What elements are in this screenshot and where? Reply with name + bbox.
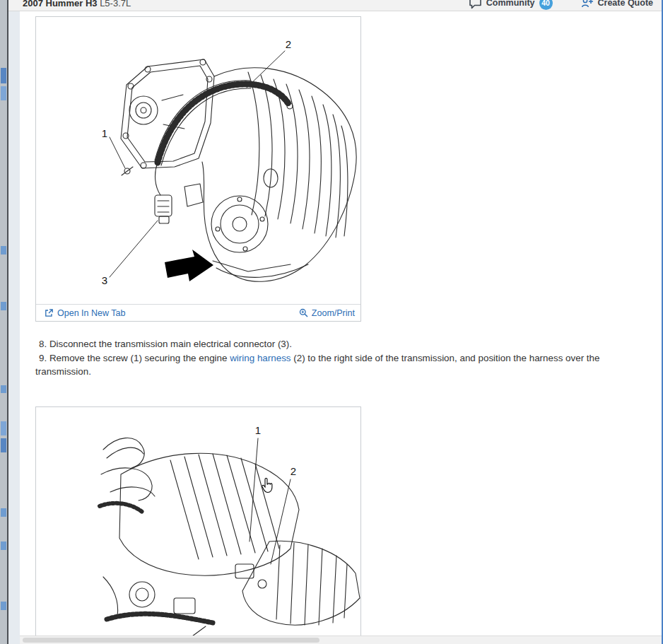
zoom-print-label: Zoom/Print <box>312 308 355 318</box>
left-gutter <box>8 11 20 644</box>
sliver-item <box>1 302 6 310</box>
callout-2: 2 <box>291 465 296 477</box>
external-link-icon <box>45 308 54 317</box>
sliver-item <box>1 68 6 83</box>
sliver-item <box>1 86 6 100</box>
vehicle-title-engine: L5-3.7L <box>100 0 131 8</box>
open-in-new-tab-label: Open In New Tab <box>57 308 125 318</box>
create-quote-button[interactable]: Create Quote <box>581 0 654 8</box>
figure-frame-2: 1 2 <box>35 406 361 644</box>
step-9-text: 9. Remove the screw (1) securing the eng… <box>35 351 633 379</box>
background-window-sliver <box>0 0 7 644</box>
community-button[interactable]: Community 40 <box>469 0 553 10</box>
callout-3: 3 <box>102 274 107 286</box>
mouse-cursor <box>262 478 274 496</box>
sliver-item <box>1 421 6 435</box>
horizontal-scrollbar[interactable] <box>20 636 662 644</box>
transmission-diagram-1: 1 2 3 <box>36 17 360 307</box>
vehicle-title: 2007 Hummer H3 L5-3.7L <box>23 0 131 8</box>
transmission-diagram-2: 1 2 <box>36 407 360 644</box>
community-label: Community <box>486 0 535 8</box>
sliver-item <box>1 385 6 393</box>
app-window: 2007 Hummer H3 L5-3.7L Community 40 <box>0 0 663 644</box>
procedure-steps: 8. Disconnect the transmission main elec… <box>35 337 633 379</box>
sliver-item <box>1 438 6 452</box>
figure-frame-1: 1 2 3 Open In New Tab Zoom/Print <box>35 16 361 322</box>
zoom-print-link[interactable]: Zoom/Print <box>299 308 355 318</box>
callout-2: 2 <box>286 38 291 50</box>
wiring-harness-link[interactable]: wiring harness <box>230 353 291 363</box>
window-border-left <box>7 0 8 644</box>
create-quote-label: Create Quote <box>598 0 654 8</box>
chat-bubble-icon <box>469 0 482 9</box>
horizontal-scrollbar-thumb[interactable] <box>23 638 319 643</box>
figure-toolbar: Open In New Tab Zoom/Print <box>36 304 360 321</box>
zoom-icon <box>299 308 308 317</box>
top-bar: 2007 Hummer H3 L5-3.7L Community 40 <box>8 0 662 11</box>
sliver-item <box>1 602 6 610</box>
sliver-item <box>1 541 6 550</box>
step-8-text: 8. Disconnect the transmission main elec… <box>35 337 633 351</box>
vehicle-title-main: 2007 Hummer H3 <box>23 0 98 8</box>
callout-1: 1 <box>102 127 107 139</box>
add-person-icon <box>581 0 594 8</box>
step-9-part1: 9. Remove the screw (1) securing the eng… <box>39 353 230 363</box>
sliver-item <box>1 508 6 517</box>
sliver-item <box>1 246 6 254</box>
callout-1: 1 <box>255 424 261 436</box>
open-in-new-tab-link[interactable]: Open In New Tab <box>45 308 125 318</box>
step-8-label: 8. Disconnect the transmission main elec… <box>39 339 292 349</box>
community-count-badge: 40 <box>539 0 553 10</box>
direction-arrow <box>165 250 213 281</box>
